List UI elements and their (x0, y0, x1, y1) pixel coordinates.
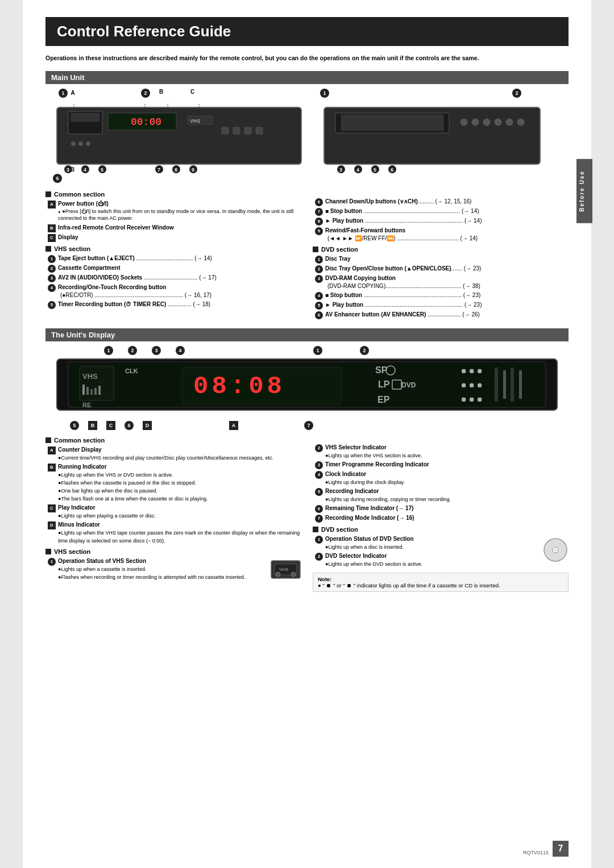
disp-bot-D: D (143, 421, 152, 430)
section-bullet-dvd (313, 247, 318, 252)
svg-rect-6 (78, 141, 83, 146)
common2-item-4: 4 Clock Indicator ●Lights up during the … (313, 470, 569, 486)
num-2: 2 (48, 265, 56, 273)
disp-num-2r: 2 (360, 346, 369, 355)
common-section-1-title: Common section (45, 191, 301, 198)
item-D-text: Minus Indicator ●Lights up when the VHS … (58, 521, 301, 545)
svg-text:VHS: VHS (190, 118, 201, 124)
diagram-num-6: 6 (53, 174, 62, 183)
dvd-text-2: Disc Tray Open/Close button (▲OPEN/CLOSE… (325, 265, 569, 273)
dvd-text-3: DVD-RAM Copying button(DVD-RAM COPYING).… (325, 274, 569, 290)
svg-rect-7 (86, 141, 90, 146)
dvd-item-4: 4 ■ Stop button ........................… (313, 291, 569, 300)
item-A-counter: A Counter Display ●Current time/VHS reco… (45, 446, 301, 462)
item-D-minus: D Minus Indicator ●Lights up when the VH… (45, 521, 301, 545)
svg-rect-33 (495, 119, 501, 126)
label-B: B (48, 224, 56, 232)
disp-num-3: 3 (152, 346, 161, 355)
main-unit-diagram-wrapper: 1 A 2 B C 1 2 00:00 (45, 89, 569, 183)
label-C: C (48, 234, 56, 242)
common2-text-4: Clock Indicator ●Lights up during the cl… (325, 470, 569, 486)
right-item-7: 7 ■ Stop button ........................… (313, 207, 569, 216)
vhs-item-4: 4 Recording/One-Touch Recording button(●… (45, 283, 301, 299)
disp-num-1r: 1 (313, 346, 322, 355)
vhs2-items-content: 1 Operation Status of VHS Section ●Light… (45, 557, 264, 582)
rqtv-code: RQTV0115 (523, 850, 549, 856)
vhs-section-2-title: VHS section (45, 548, 301, 555)
svg-text:4: 4 (84, 167, 86, 173)
dvd2-num-2: 2 (315, 553, 323, 561)
remaining-time-indicator: Remaining Time Indicator (→ 17) (325, 504, 569, 512)
svg-rect-70 (495, 368, 498, 402)
page: Before Use Control Reference Guide Opera… (23, 0, 591, 868)
svg-text:08:08: 08:08 (193, 372, 285, 400)
main-unit-diagram: 00:00 VHS 3 3 4 (45, 99, 569, 178)
svg-rect-31 (472, 119, 479, 126)
vhs2-text-1: Operation Status of VHS Section ●Lights … (58, 557, 264, 581)
dvd2-items: 1 Operation Status of DVD Section ●Light… (313, 535, 569, 569)
vhs-text-1: Tape Eject button (▲EJECT) .............… (58, 254, 301, 262)
bottom-controls-left: Common section A Counter Display ●Curren… (45, 433, 301, 592)
dvd-item-5: 5 ► Play button ........................… (313, 301, 569, 310)
common2-item-2: 2 VHS Selector Indicator ●Lights up when… (313, 444, 569, 460)
svg-point-76 (276, 572, 280, 577)
svg-text:3: 3 (339, 167, 342, 173)
right-text-7: ■ Stop button ..........................… (325, 207, 569, 215)
dvd2-item-2: 2 DVD Selector Indicator ●Lights up when… (313, 552, 537, 568)
right-item-6: 6 Channel Down/Up buttons (∨∧CH)........… (313, 198, 569, 206)
dvd-num-1: 1 (315, 256, 323, 264)
disp-bot-C: C (106, 421, 115, 430)
svg-rect-12 (244, 127, 251, 134)
vhs-text-5: Timer Recording button (⏱ TIMER REC) ...… (58, 301, 301, 308)
diagram-num-1a: 1 (59, 89, 68, 98)
dvd-num-2: 2 (315, 265, 323, 273)
svg-rect-11 (233, 127, 240, 134)
svg-text:⏺ ⏺ ⏺: ⏺ ⏺ ⏺ (460, 396, 483, 403)
section-bullet-dvd2 (313, 527, 318, 532)
svg-text:5: 5 (374, 167, 376, 173)
label-A: A (48, 201, 56, 208)
num-5: 5 (48, 301, 56, 309)
controls-right: 6 Channel Down/Up buttons (∨∧CH)........… (313, 187, 569, 320)
item-B-text: Running Indicator ●Lights up when the VH… (58, 463, 301, 503)
num-3: 3 (48, 274, 56, 282)
disp-num-1: 1 (104, 346, 113, 355)
disp-bot-5: 5 (70, 421, 79, 430)
common2-num-4: 4 (315, 471, 323, 479)
svg-rect-54 (90, 389, 93, 395)
svg-point-77 (291, 572, 296, 577)
section-bullet-2 (45, 437, 51, 443)
svg-rect-55 (94, 388, 97, 395)
svg-rect-5 (71, 141, 76, 146)
right-text-8: ► Play button ..........................… (325, 217, 569, 225)
svg-text:VHS: VHS (279, 567, 289, 572)
note-box: Note: ● " ⏺ " or " ⏺ " indicator lights … (313, 573, 569, 592)
dvd-num-3: 3 (315, 275, 323, 283)
svg-text:VHS: VHS (82, 372, 98, 381)
vhs-text-2: Cassette Compartment (58, 264, 301, 272)
svg-text:5: 5 (101, 167, 103, 173)
common2-num-2: 2 (315, 444, 323, 452)
common2-num-3: 3 (315, 461, 323, 469)
common2-num-6: 6 (315, 505, 323, 513)
svg-rect-56 (98, 386, 101, 395)
common2-item-6: 6 Remaining Time Indicator (→ 17) (313, 504, 569, 513)
common2-num-5: 5 (315, 488, 323, 496)
disp-bot-B: B (88, 421, 97, 430)
common2-item-3: 3 Timer Programme Recording Indicator (313, 461, 569, 469)
svg-text:7: 7 (157, 167, 160, 173)
dvd-item-1: 1 Disc Tray (313, 255, 569, 264)
svg-rect-30 (460, 119, 467, 126)
svg-text:4: 4 (356, 167, 359, 173)
page-number: 7 (553, 841, 569, 857)
item-b-text: Infra-red Remote Control Receiver Window (58, 224, 301, 232)
right-text-9: Rewind/Fast-Forward buttons(◄◄ ►► ⏩/REW … (325, 227, 569, 243)
dvd-num-5: 5 (315, 302, 323, 310)
common2-text-7: Recording Mode Indicator (→ 16) (325, 514, 569, 522)
dvd-text-5: ► Play button ..........................… (325, 301, 569, 309)
common2-text-5: Recording Indicator ●Lights up during re… (325, 487, 569, 503)
disp-num-2: 2 (128, 346, 137, 355)
dvd2-text-2: DVD Selector Indicator ●Lights up when t… (325, 552, 537, 568)
svg-rect-32 (483, 119, 490, 126)
item-a-text: Power button (⏻/I) ●Press [⏻/I] to switc… (58, 200, 301, 223)
